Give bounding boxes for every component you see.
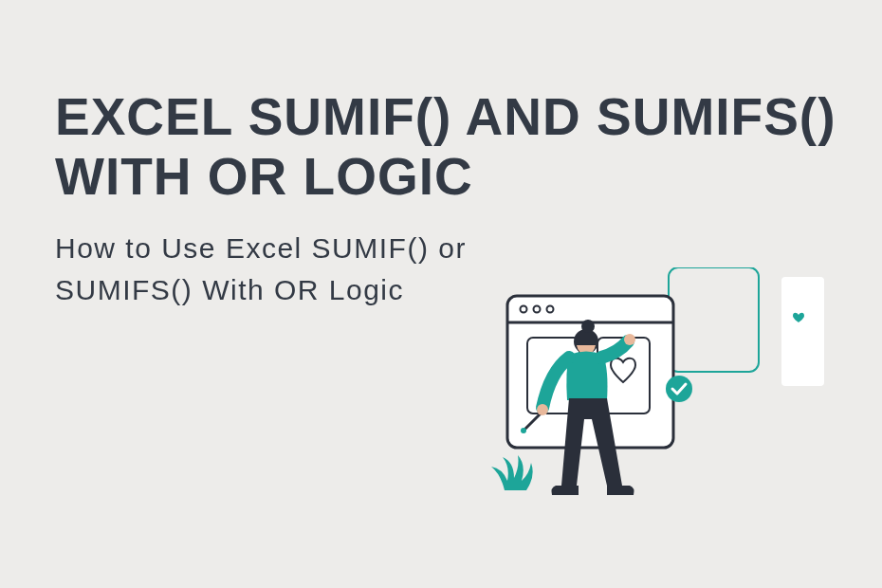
svg-point-3 — [581, 320, 595, 333]
hero-illustration — [474, 267, 844, 514]
page-title: EXCEL SUMIF() AND SUMIFS() WITH OR LOGIC — [55, 87, 836, 208]
plant-icon — [491, 455, 533, 490]
title-line-2: WITH OR LOGIC — [55, 147, 473, 206]
card-outline-icon — [669, 267, 759, 372]
title-line-1: EXCEL SUMIF() AND SUMIFS() — [55, 87, 836, 146]
sidebar-card-icon — [781, 277, 824, 386]
subtitle-line-1: How to Use Excel SUMIF() or — [55, 232, 467, 264]
page-subtitle: How to Use Excel SUMIF() or SUMIFS() Wit… — [55, 228, 467, 310]
svg-point-4 — [537, 404, 548, 415]
illustration-svg — [474, 267, 844, 514]
subtitle-line-2: SUMIFS() With OR Logic — [55, 274, 404, 305]
svg-point-1 — [521, 428, 526, 433]
checkmark-badge-icon — [666, 376, 692, 402]
svg-point-5 — [624, 334, 635, 345]
